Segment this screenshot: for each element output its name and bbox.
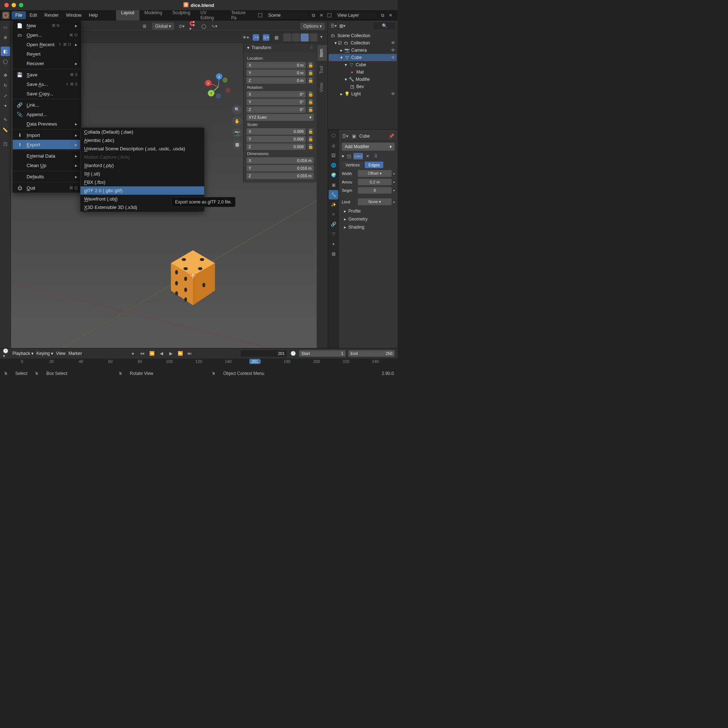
loc-z[interactable]: Z0 m [246,77,306,84]
menu-save[interactable]: 💾Save⌘ S [13,69,81,80]
pin-icon[interactable]: 📌 [388,133,395,139]
shading-dropdown-icon[interactable]: ▾ [318,34,325,40]
tool-select-circle[interactable]: ◯ [1,57,10,66]
menu-link[interactable]: 🔗Link... [13,99,81,110]
workspace-texture[interactable]: Texture Pa [226,8,257,22]
dim-y[interactable]: Y0.016 m [246,165,314,171]
tab-object[interactable]: ▣ [329,180,338,190]
bevel-vertices[interactable]: Vertices [342,162,363,168]
menu-window[interactable]: Window [62,11,85,19]
export-usd[interactable]: Universal Scene Description (.usd, .usdc… [80,145,204,153]
tool-scale[interactable]: ⤢ [1,91,10,101]
menu-save-copy[interactable]: Save Copy... [13,89,81,98]
scale-z[interactable]: Z0.008 [246,144,306,150]
menu-open-recent[interactable]: Open Recent⇧ ⌘ O▸ [13,40,81,49]
tab-item[interactable]: Item [317,45,327,61]
rot-z[interactable]: Z0° [246,106,306,113]
menu-help[interactable]: Help [85,11,102,19]
transform-header[interactable]: ▾ Transform⠿ [243,43,317,52]
display-mode-icon[interactable]: ▦▾ [339,23,346,29]
close-window[interactable] [5,3,9,7]
tl-marker-menu[interactable]: Marker [69,351,82,356]
minimize-window[interactable] [12,3,16,7]
end-frame[interactable]: End250 [348,350,395,357]
props-type-icon[interactable]: ☰▾ [342,133,348,139]
menu-external-data[interactable]: External Data▸ [13,150,81,161]
amount-input[interactable]: 0.2 m [358,179,392,185]
keyframe-next-icon[interactable]: ⏩ [177,350,184,357]
timeline-type-icon[interactable]: 🕐▾ [3,350,9,357]
rot-x[interactable]: X0° [246,91,306,98]
tree-cube-mesh[interactable]: ▾ ▽Cube [329,61,397,69]
new-viewlayer-icon[interactable]: ⧉ [379,12,386,18]
delete-viewlayer-icon[interactable]: ✕ [387,12,394,18]
lock-icon[interactable]: 🔓 [307,99,314,105]
tool-add-cube[interactable]: ◳ [1,139,10,148]
jump-start-icon[interactable]: ⏮ [139,350,145,357]
keying-menu[interactable]: Keying ▾ [37,351,53,356]
dim-z[interactable]: Z0.016 m [246,173,314,179]
lock-icon[interactable]: 🔓 [307,91,314,98]
workspace-sculpting[interactable]: Sculpting [167,8,195,22]
options-button[interactable]: Options ▾ [300,23,325,30]
menu-import[interactable]: ⬇Import▸ [13,129,81,140]
menu-new[interactable]: 📄New⌘ N▸ [13,21,81,30]
menu-save-as[interactable]: Save As...⇧ ⌘ S [13,80,81,89]
lock-icon[interactable]: 🔓 [307,70,314,76]
tab-tool[interactable]: Tool [317,62,327,78]
rot-y[interactable]: Y0° [246,99,306,105]
tree-modifiers[interactable]: ▾ 🔧Modifie [329,76,397,83]
preview-range-icon[interactable]: 🕐 [290,350,296,357]
scale-x[interactable]: X0.008 [246,128,306,135]
outliner-type-icon[interactable]: ☰▾ [330,23,337,29]
shading-section[interactable]: ▸ Shading [342,223,395,231]
tree-cube[interactable]: ▾ ▽Cube👁 [329,54,397,61]
menu-quit[interactable]: ⏻Quit⌘ Q [13,182,81,193]
tab-modifier[interactable]: 🔧 [329,190,338,199]
menu-export[interactable]: ⬆Export▸ [13,140,81,149]
playhead[interactable]: 201 [249,359,260,364]
menu-append[interactable]: 📎Append... [13,110,81,119]
workspace-uv[interactable]: UV Editing [196,8,226,22]
jump-end-icon[interactable]: ⏭ [187,350,193,357]
export-fbx[interactable]: FBX (.fbx) [80,178,204,187]
tab-constraints[interactable]: 🔗 [329,219,338,229]
xray-icon[interactable]: ▦ [273,34,280,41]
tab-physics[interactable]: ⚛ [329,210,338,219]
tab-particles[interactable]: ✨ [329,200,338,209]
add-modifier-dropdown[interactable]: Add Modifier▾ [342,143,395,151]
tool-measure[interactable]: 📏 [1,125,10,135]
curve-icon[interactable]: ∿▾ [211,23,218,29]
tree-light[interactable]: ▸ 💡Light👁 [329,90,397,98]
shade-wireframe[interactable] [283,34,291,41]
proportional-icon[interactable]: ◯ [200,23,207,29]
delete-scene-icon[interactable]: ✕ [318,12,325,18]
playback-menu[interactable]: Playback ▾ [12,351,34,356]
pan-control-icon[interactable]: ✋ [232,116,242,126]
eye-icon[interactable]: 👁 [391,55,395,60]
loc-x[interactable]: X0 m [246,62,306,69]
export-ply[interactable]: Stanford (.ply) [80,161,204,170]
export-stl[interactable]: Stl (.stl) [80,170,204,178]
tree-scene-collection[interactable]: 🗀Scene Collection [329,32,397,39]
blender-logo-icon[interactable] [2,12,9,19]
tree-collection[interactable]: ▾ ☑ 🗀Collection👁 [329,39,397,47]
start-frame[interactable]: Start1 [299,350,346,357]
nav-gizmo[interactable]: X Y Z [204,72,233,101]
lock-icon[interactable]: 🔓 [307,144,314,150]
tool-rotate[interactable]: ↻ [1,81,10,90]
dice-object[interactable] [167,247,219,309]
lock-icon[interactable]: 🔓 [307,136,314,142]
tab-scene[interactable]: 🌐 [329,161,338,170]
pivot-icon[interactable]: ⊙▾ [178,23,185,29]
tab-texture[interactable]: ▦ [329,249,338,258]
overlay-toggle-icon[interactable]: ⊕▾ [263,34,269,41]
keyframe-prev-icon[interactable]: ⏪ [148,350,155,357]
menu-open[interactable]: 🗁Open...⌘ O [13,30,81,40]
scale-y[interactable]: Y0.008 [246,136,306,142]
tab-render[interactable]: 🖵 [329,131,338,141]
tool-cursor[interactable]: ⊕ [1,33,10,42]
menu-render[interactable]: Render [41,11,62,19]
tab-view[interactable]: View [317,79,327,96]
eye-icon[interactable]: 👁 [391,48,395,53]
